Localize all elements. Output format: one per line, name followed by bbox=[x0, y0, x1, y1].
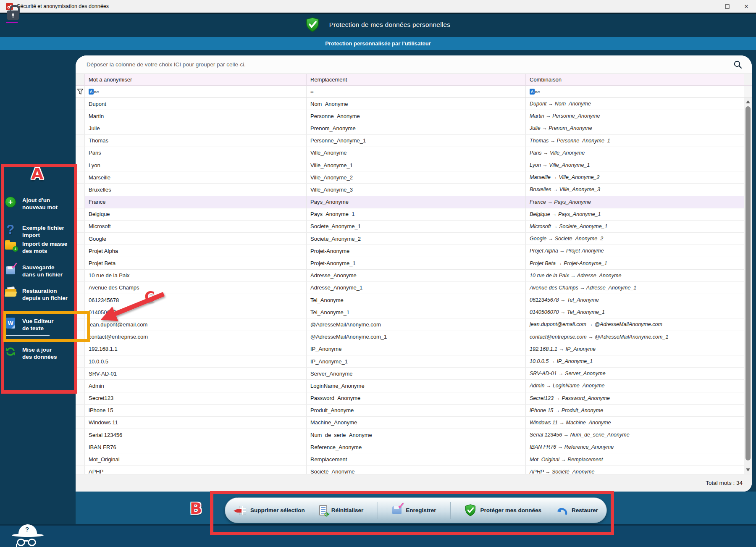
filter-cell-remplacement[interactable]: = bbox=[307, 86, 526, 97]
cell-word[interactable]: Microsoft bbox=[85, 221, 307, 232]
cell-replacement[interactable]: Projet-Anonyme_1 bbox=[307, 257, 526, 269]
vertical-scrollbar[interactable] bbox=[744, 98, 752, 474]
cell-word[interactable]: Lyon bbox=[85, 159, 307, 171]
table-row[interactable]: Paris Ville_Anonyme Paris → Ville_Anonym… bbox=[76, 147, 744, 159]
cell-word[interactable]: Projet Alpha bbox=[85, 245, 307, 257]
search-icon[interactable] bbox=[733, 60, 743, 69]
cell-word[interactable]: Projet Beta bbox=[85, 257, 307, 269]
cell-word[interactable]: Secret123 bbox=[85, 392, 307, 404]
cell-word[interactable]: IBAN FR76 bbox=[85, 441, 307, 453]
table-row[interactable]: Windows 11 Machine_Anonyme Windows 11 → … bbox=[76, 417, 744, 429]
table-row[interactable]: IBAN FR76 Reference_Anonyme IBAN FR76 → … bbox=[76, 441, 744, 453]
cell-replacement[interactable]: Tel_Anonyme bbox=[307, 294, 526, 306]
cell-combination[interactable]: Martin → Personne_Anonyme bbox=[526, 110, 744, 122]
cell-word[interactable]: Julie bbox=[85, 122, 307, 134]
cell-replacement[interactable]: LoginName_Anonyme bbox=[307, 380, 526, 392]
minimize-button[interactable]: – bbox=[698, 0, 717, 13]
cell-word[interactable]: contact@entreprise.com bbox=[85, 331, 307, 343]
table-row[interactable]: 0140506070 Tel_Anonyme_1 0140506070 → Te… bbox=[76, 306, 744, 318]
cell-combination[interactable]: contact@entreprise.com → @AdresseMailAno… bbox=[526, 331, 744, 343]
save-button[interactable]: ✓ Enregistrer bbox=[392, 506, 436, 514]
cell-word[interactable]: 0612345678 bbox=[85, 294, 307, 306]
cell-replacement[interactable]: Tel_Anonyme_1 bbox=[307, 306, 526, 318]
table-row[interactable]: 192.168.1.1 IP_Anonyme 192.168.1.1 → IP_… bbox=[76, 343, 744, 355]
table-row[interactable]: 10.0.0.5 IP_Anonyme_1 10.0.0.5 → IP_Anon… bbox=[76, 355, 744, 368]
cell-word[interactable]: Windows 11 bbox=[85, 417, 307, 429]
cell-word[interactable]: Thomas bbox=[85, 135, 307, 147]
cell-replacement[interactable]: Ville_Anonyme bbox=[307, 147, 526, 159]
cell-combination[interactable]: IBAN FR76 → Reference_Anonyme bbox=[526, 441, 744, 453]
column-header-remplacement[interactable]: Remplacement bbox=[307, 74, 526, 85]
cell-combination[interactable]: APHP → Société_Anonyme bbox=[526, 466, 744, 474]
cell-word[interactable]: 10.0.0.5 bbox=[85, 355, 307, 367]
cell-combination[interactable]: 10.0.0.5 → IP_Anonyme_1 bbox=[526, 355, 744, 367]
table-row[interactable]: Microsoft Societe_Anonyme_1 Microsoft → … bbox=[76, 221, 744, 233]
cell-replacement[interactable]: Ville_Anonyme_3 bbox=[307, 184, 526, 195]
cell-combination[interactable]: Thomas → Personne_Anonyme_1 bbox=[526, 135, 744, 147]
cell-word[interactable]: Dupont bbox=[85, 98, 307, 110]
group-by-bar[interactable]: Déposer la colonne de votre choix ICI po… bbox=[76, 55, 752, 74]
table-row[interactable]: Dupont Nom_Anonyme Dupont → Nom_Anonyme bbox=[76, 98, 744, 110]
cell-combination[interactable]: iPhone 15 → Produit_Anonyme bbox=[526, 405, 744, 416]
cell-combination[interactable]: Julie → Prenom_Anonyme bbox=[526, 122, 744, 134]
cell-word[interactable]: Mot_Original bbox=[85, 453, 307, 465]
table-row[interactable]: SRV-AD-01 Server_Anonyme SRV-AD-01 → Ser… bbox=[76, 368, 744, 380]
table-row[interactable]: Mot_Original Remplacement Mot_Original →… bbox=[76, 453, 744, 465]
sidebar-item-restauration[interactable]: Restaurationdepuis un fichier bbox=[4, 287, 75, 302]
cell-combination[interactable]: Windows 11 → Machine_Anonyme bbox=[526, 417, 744, 429]
table-row[interactable]: Projet Beta Projet-Anonyme_1 Projet Beta… bbox=[76, 257, 744, 269]
cell-replacement[interactable]: Server_Anonyme bbox=[307, 368, 526, 379]
cell-combination[interactable]: jean.dupont@email.com → @AdresseMailAnon… bbox=[526, 318, 744, 330]
table-row[interactable]: iPhone 15 Produit_Anonyme iPhone 15 → Pr… bbox=[76, 405, 744, 417]
cell-combination[interactable]: Mot_Original → Remplacement bbox=[526, 453, 744, 465]
cell-combination[interactable]: 10 rue de la Paix → Adresse_Anonyme bbox=[526, 270, 744, 281]
filter-cell-mot[interactable]: ABC bbox=[85, 86, 307, 97]
cell-replacement[interactable]: Personne_Anonyme_1 bbox=[307, 135, 526, 147]
table-row[interactable]: Belgique Pays_Anonyme_1 Belgique → Pays_… bbox=[76, 208, 744, 221]
table-row[interactable]: Lyon Ville_Anonyme_1 Lyon → Ville_Anonym… bbox=[76, 159, 744, 171]
protect-data-button[interactable]: Protéger mes données bbox=[465, 504, 541, 517]
cell-word[interactable]: iPhone 15 bbox=[85, 405, 307, 416]
column-header-combinaison[interactable]: Combinaison bbox=[526, 74, 744, 85]
cell-word[interactable]: Paris bbox=[85, 147, 307, 159]
cell-replacement[interactable]: IP_Anonyme_1 bbox=[307, 355, 526, 367]
cell-combination[interactable]: Lyon → Ville_Anonyme_1 bbox=[526, 159, 744, 171]
sidebar-item-sauvegarde[interactable]: ✓ Sauvegardedans un fichier bbox=[4, 264, 75, 278]
sidebar-item-vue-editeur[interactable]: W Vue Editeurde texte bbox=[4, 318, 75, 332]
cell-replacement[interactable]: Personne_Anonyme bbox=[307, 110, 526, 122]
cell-replacement[interactable]: Nom_Anonyme bbox=[307, 98, 526, 110]
cell-combination[interactable]: Serial 123456 → Num_de_serie_Anonyme bbox=[526, 429, 744, 441]
cell-combination[interactable]: Avenue des Champs → Adresse_Anonyme_1 bbox=[526, 282, 744, 294]
cell-word[interactable]: Admin bbox=[85, 380, 307, 392]
cell-combination[interactable]: 192.168.1.1 → IP_Anonyme bbox=[526, 343, 744, 355]
cell-word[interactable]: 0140506070 bbox=[85, 306, 307, 318]
cell-word[interactable]: jean.dupont@email.com bbox=[85, 318, 307, 330]
table-row[interactable]: Serial 123456 Num_de_serie_Anonyme Seria… bbox=[76, 429, 744, 441]
cell-replacement[interactable]: Adresse_Anonyme_1 bbox=[307, 282, 526, 294]
cell-word[interactable]: APHP bbox=[85, 466, 307, 474]
cell-replacement[interactable]: Produit_Anonyme bbox=[307, 405, 526, 416]
table-row[interactable]: APHP Société_Anonyme APHP → Société_Anon… bbox=[76, 466, 744, 474]
cell-word[interactable]: Marseille bbox=[85, 171, 307, 183]
cell-word[interactable]: Serial 123456 bbox=[85, 429, 307, 441]
table-row[interactable]: Secret123 Password_Anonyme Secret123 → P… bbox=[76, 392, 744, 405]
cell-combination[interactable]: Google → Societe_Anonyme_2 bbox=[526, 233, 744, 245]
maximize-button[interactable] bbox=[717, 0, 737, 13]
cell-combination[interactable]: Secret123 → Password_Anonyme bbox=[526, 392, 744, 404]
cell-replacement[interactable]: @AdresseMailAnonyme.com_1 bbox=[307, 331, 526, 343]
cell-word[interactable]: Google bbox=[85, 233, 307, 245]
reset-button[interactable]: ⟳ Réinitialiser bbox=[319, 505, 364, 515]
cell-word[interactable]: SRV-AD-01 bbox=[85, 368, 307, 379]
cell-word[interactable]: 10 rue de la Paix bbox=[85, 270, 307, 281]
cell-combination[interactable]: Marseille → Ville_Anonyme_2 bbox=[526, 171, 744, 183]
table-row[interactable]: Bruxelles Ville_Anonyme_3 Bruxelles → Vi… bbox=[76, 184, 744, 196]
cell-replacement[interactable]: Pays_Anonyme bbox=[307, 196, 526, 208]
table-row[interactable]: Julie Prenom_Anonyme Julie → Prenom_Anon… bbox=[76, 122, 744, 134]
table-row[interactable]: France Pays_Anonyme France → Pays_Anonym… bbox=[76, 196, 744, 208]
cell-replacement[interactable]: Société_Anonyme bbox=[307, 466, 526, 474]
cell-word[interactable]: 192.168.1.1 bbox=[85, 343, 307, 355]
table-row[interactable]: Thomas Personne_Anonyme_1 Thomas → Perso… bbox=[76, 135, 744, 147]
sidebar-item-ajout-mot[interactable]: W+ Ajout d'unnouveau mot bbox=[4, 197, 75, 211]
scroll-up-arrow[interactable] bbox=[746, 100, 750, 103]
table-row[interactable]: Admin LoginName_Anonyme Admin → LoginNam… bbox=[76, 380, 744, 392]
